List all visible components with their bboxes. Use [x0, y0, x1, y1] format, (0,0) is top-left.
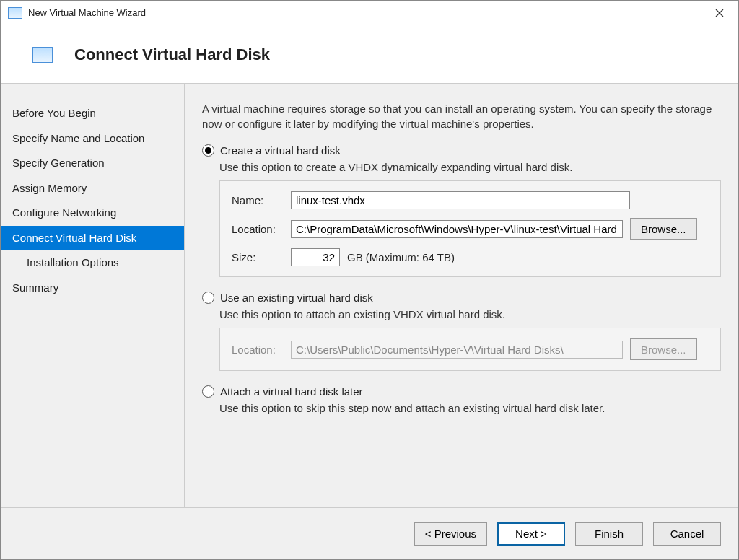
option-later-label: Attach a virtual hard disk later [220, 385, 363, 398]
wizard-content: A virtual machine requires storage so th… [185, 84, 738, 507]
name-label: Name: [232, 194, 284, 206]
row-size: Size: GB (Maximum: 64 TB) [232, 248, 709, 266]
next-button[interactable]: Next > [497, 522, 565, 546]
step-summary[interactable]: Summary [1, 276, 184, 301]
wizard-header: Connect Virtual Hard Disk [1, 25, 738, 84]
size-input[interactable] [291, 248, 340, 266]
name-input[interactable] [291, 191, 630, 209]
option-later-desc: Use this option to skip this step now an… [219, 402, 721, 414]
finish-button[interactable]: Finish [575, 522, 643, 546]
option-later-block: Attach a virtual hard disk later Use thi… [202, 385, 721, 414]
location-input[interactable] [291, 220, 623, 238]
option-create-block: Create a virtual hard disk Use this opti… [202, 144, 721, 277]
radio-create[interactable] [202, 144, 214, 157]
previous-button[interactable]: < Previous [414, 522, 487, 546]
radio-existing[interactable] [202, 292, 214, 304]
app-icon [8, 7, 22, 19]
create-panel: Name: Location: Browse... Size: GB (Maxi… [219, 180, 721, 277]
size-label: Size: [232, 251, 284, 263]
option-create-label: Create a virtual hard disk [220, 144, 341, 157]
step-connect-vhd[interactable]: Connect Virtual Hard Disk [1, 226, 184, 251]
existing-panel: Location: Browse... [219, 328, 721, 371]
existing-location-label: Location: [232, 344, 284, 356]
option-existing-header[interactable]: Use an existing virtual hard disk [202, 292, 721, 304]
step-specify-name-location[interactable]: Specify Name and Location [1, 126, 184, 152]
option-existing-desc: Use this option to attach an existing VH… [219, 308, 721, 320]
cancel-button[interactable]: Cancel [653, 522, 721, 546]
option-later-header[interactable]: Attach a virtual hard disk later [202, 385, 721, 398]
wizard-footer: < Previous Next > Finish Cancel [1, 507, 738, 559]
existing-location-input [291, 341, 623, 359]
step-installation-options[interactable]: Installation Options [1, 250, 184, 276]
intro-text: A virtual machine requires storage so th… [202, 101, 721, 131]
browse-existing-button: Browse... [630, 338, 697, 360]
wizard-header-icon [32, 47, 53, 63]
option-create-desc: Use this option to create a VHDX dynamic… [219, 161, 721, 173]
row-location: Location: Browse... [232, 218, 709, 240]
radio-later[interactable] [202, 385, 214, 398]
location-label: Location: [232, 223, 284, 235]
wizard-steps-sidebar: Before You Begin Specify Name and Locati… [1, 84, 185, 507]
close-icon [715, 9, 724, 17]
titlebar: New Virtual Machine Wizard [1, 1, 738, 25]
step-configure-networking[interactable]: Configure Networking [1, 201, 184, 226]
size-suffix: GB (Maximum: 64 TB) [347, 251, 455, 263]
browse-create-button[interactable]: Browse... [630, 218, 697, 240]
step-specify-generation[interactable]: Specify Generation [1, 151, 184, 176]
wizard-window: New Virtual Machine Wizard Connect Virtu… [0, 0, 739, 560]
option-existing-block: Use an existing virtual hard disk Use th… [202, 292, 721, 371]
row-name: Name: [232, 191, 709, 209]
step-assign-memory[interactable]: Assign Memory [1, 176, 184, 201]
window-title: New Virtual Machine Wizard [28, 7, 705, 18]
option-create-header[interactable]: Create a virtual hard disk [202, 144, 721, 157]
row-existing-location: Location: Browse... [232, 338, 709, 360]
step-before-you-begin[interactable]: Before You Begin [1, 101, 184, 126]
page-title: Connect Virtual Hard Disk [74, 45, 270, 64]
wizard-body: Before You Begin Specify Name and Locati… [1, 84, 738, 507]
close-button[interactable] [705, 2, 734, 24]
option-existing-label: Use an existing virtual hard disk [220, 292, 373, 304]
